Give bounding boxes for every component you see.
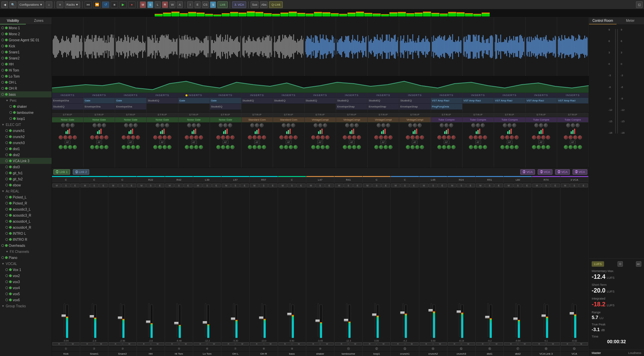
fader-track-7[interactable] bbox=[261, 303, 263, 337]
knob-15-2[interactable] bbox=[544, 123, 548, 127]
mse-s-btn-2[interactable]: S bbox=[118, 183, 127, 187]
strip-af-btn-5[interactable]: AF bbox=[223, 140, 228, 144]
sidebar-item-36[interactable]: Overheads bbox=[0, 242, 52, 249]
rw-w-btn-0[interactable]: W bbox=[66, 342, 79, 346]
knob-green-0-0[interactable] bbox=[59, 145, 63, 149]
knob-16-2[interactable] bbox=[576, 123, 580, 127]
strip-plugin-2[interactable]: Noise Gate bbox=[115, 117, 146, 123]
knob-green-8-3[interactable] bbox=[325, 145, 329, 149]
knob-14-2[interactable] bbox=[512, 123, 516, 127]
rw-w-btn-1[interactable]: W bbox=[94, 342, 108, 346]
sidebar-item-17[interactable]: crunch1 bbox=[0, 128, 52, 134]
rw-r-btn-4[interactable]: R bbox=[165, 342, 179, 346]
rw-r-btn-12[interactable]: R bbox=[391, 342, 405, 346]
strip-plugin-4[interactable]: Noise Gate bbox=[178, 117, 210, 123]
strip-af-btn-3[interactable]: AF bbox=[159, 140, 165, 144]
knob-green-12-0[interactable] bbox=[437, 145, 441, 149]
strip-plugin-10[interactable]: VintageCompi bbox=[368, 117, 399, 123]
knob-8-1[interactable] bbox=[318, 123, 322, 127]
knob-11-1[interactable] bbox=[413, 123, 417, 127]
mode-m-btn[interactable]: M bbox=[140, 1, 146, 8]
rw-w-btn-2[interactable]: W bbox=[123, 342, 136, 346]
rw-r-btn-16[interactable]: R bbox=[504, 342, 518, 346]
sidebar-item-3[interactable]: Kick bbox=[0, 43, 52, 49]
knob-1-0[interactable] bbox=[93, 123, 97, 127]
link2-badge[interactable]: ⓶ Link 2 bbox=[73, 169, 90, 175]
rw-w-btn-3[interactable]: W bbox=[151, 342, 164, 346]
knob-15-1[interactable] bbox=[539, 123, 543, 127]
mse-m-btn-17[interactable]: M bbox=[532, 183, 541, 187]
strip-af-btn-6[interactable]: AF bbox=[254, 140, 260, 144]
rw-r-btn-18[interactable]: R bbox=[561, 342, 574, 346]
rw-w-btn-6[interactable]: W bbox=[235, 342, 249, 346]
toolbar-racks[interactable]: Racks ▼ bbox=[65, 1, 80, 8]
mse-e-btn-5[interactable]: E bbox=[212, 183, 221, 187]
knob-red-8-0[interactable] bbox=[311, 135, 315, 139]
sidebar-item-24[interactable]: git_fx1 bbox=[0, 170, 52, 176]
knob-red-12-1[interactable] bbox=[442, 135, 446, 139]
knob-red-13-0[interactable] bbox=[469, 135, 473, 139]
insert-slot-13-0[interactable]: VST Amp Raci bbox=[463, 98, 494, 104]
knob-red-16-0[interactable] bbox=[564, 135, 568, 139]
knob-green-15-2[interactable] bbox=[541, 145, 545, 149]
strip-plugin-14[interactable]: Tube Compre bbox=[494, 117, 525, 123]
knob-green-16-3[interactable] bbox=[578, 145, 582, 149]
knob-red-10-2[interactable] bbox=[384, 135, 388, 139]
sidebar-item-20[interactable]: dist1 bbox=[0, 146, 52, 152]
knob-7-2[interactable] bbox=[291, 123, 295, 127]
mse-s-btn-10[interactable]: S bbox=[344, 183, 353, 187]
mode-e-btn[interactable]: E bbox=[195, 1, 201, 8]
link1-badge[interactable]: ⓵ Link 1 bbox=[53, 169, 70, 175]
transport-stop-btn[interactable]: ■ bbox=[111, 1, 118, 8]
sidebar-item-7[interactable]: Hi Tom bbox=[0, 67, 52, 73]
sidebar-item-29[interactable]: Picked_R bbox=[0, 200, 52, 206]
rw-w-btn-13[interactable]: W bbox=[433, 342, 447, 346]
mse-s-btn-8[interactable]: S bbox=[287, 183, 296, 187]
mse-m-btn-14[interactable]: M bbox=[448, 183, 457, 187]
knob-1-1[interactable] bbox=[97, 123, 101, 127]
mode-s-btn[interactable]: S bbox=[147, 1, 153, 8]
knob-green-4-1[interactable] bbox=[190, 145, 194, 149]
knob-red-4-1[interactable] bbox=[190, 135, 194, 139]
rw-r-btn-0[interactable]: R bbox=[52, 342, 66, 346]
knob-red-11-2[interactable] bbox=[415, 135, 419, 139]
vca-badge-2[interactable]: ⓷ VCA bbox=[538, 169, 552, 175]
knob-red-8-3[interactable] bbox=[325, 135, 329, 139]
fader-track-17[interactable] bbox=[544, 303, 545, 337]
qlink-btn[interactable]: Q-Link bbox=[269, 1, 283, 8]
knob-3-1[interactable] bbox=[160, 123, 164, 127]
fader-track-1[interactable] bbox=[92, 303, 93, 337]
sidebar-item-44[interactable]: vox5 bbox=[0, 291, 52, 297]
knob-red-7-0[interactable] bbox=[279, 135, 283, 139]
knob-green-14-1[interactable] bbox=[505, 145, 509, 149]
toolbar-expand-btn[interactable]: ◱ bbox=[636, 1, 643, 8]
rw-w-btn-10[interactable]: W bbox=[348, 342, 362, 346]
knob-red-3-0[interactable] bbox=[153, 135, 157, 139]
knob-10-2[interactable] bbox=[386, 123, 390, 127]
knob-red-9-1[interactable] bbox=[347, 135, 352, 139]
fader-track-15[interactable] bbox=[487, 303, 489, 337]
insert-slot-12-0[interactable]: VST Amp Raci bbox=[431, 98, 462, 104]
mse-s-btn-6[interactable]: S bbox=[231, 183, 240, 187]
rw-r-btn-14[interactable]: R bbox=[448, 342, 461, 346]
knob-green-0-2[interactable] bbox=[68, 145, 72, 149]
knob-7-1[interactable] bbox=[286, 123, 290, 127]
knob-4-2[interactable] bbox=[197, 123, 201, 127]
insert-slot-3-0[interactable]: StudioEQ bbox=[147, 98, 178, 104]
knob-green-9-0[interactable] bbox=[343, 145, 347, 149]
sidebar-item-14[interactable]: tambourine bbox=[0, 109, 52, 116]
sidebar-item-1[interactable]: Mono 2 bbox=[0, 31, 52, 37]
knob-green-11-3[interactable] bbox=[420, 145, 424, 149]
knob-red-4-2[interactable] bbox=[194, 135, 198, 139]
knob-red-10-3[interactable] bbox=[388, 135, 392, 139]
knob-red-11-1[interactable] bbox=[411, 135, 415, 139]
fader-track-10[interactable] bbox=[346, 303, 347, 337]
mse-s-btn-7[interactable]: S bbox=[259, 183, 268, 187]
insert-slot-11-0[interactable]: StudioEQ bbox=[399, 98, 430, 104]
insert-slot-2-0[interactable]: Gate bbox=[115, 98, 146, 104]
knob-red-3-2[interactable] bbox=[163, 135, 167, 139]
sidebar-item-22[interactable]: VCA Link 3 bbox=[0, 158, 52, 164]
sidebar-item-28[interactable]: Picked_L bbox=[0, 194, 52, 200]
mse-s-btn-0[interactable]: S bbox=[61, 183, 70, 187]
strip-plugin-9[interactable]: VintageCompi bbox=[336, 117, 367, 123]
